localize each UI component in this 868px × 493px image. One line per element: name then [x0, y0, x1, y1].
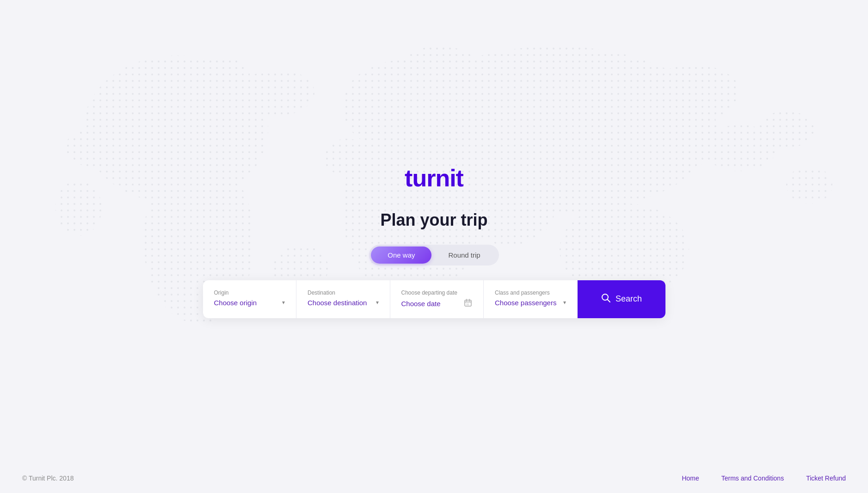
origin-label: Origin — [214, 290, 285, 296]
search-icon — [601, 293, 611, 305]
footer-links: Home Terms and Conditions Ticket Refund — [682, 475, 846, 482]
search-label: Search — [616, 294, 642, 304]
class-passengers-value-row: Choose passengers ▾ — [495, 299, 566, 307]
footer-copyright: © Turnit Plc. 2018 — [22, 475, 74, 482]
class-passengers-field[interactable]: Class and passengers Choose passengers ▾ — [484, 280, 578, 318]
trip-type-tabs: One way Round trip — [369, 245, 499, 265]
origin-chevron-icon: ▾ — [282, 299, 285, 306]
destination-chevron-icon: ▾ — [376, 299, 379, 306]
main-content: turnit Plan your trip One way Round trip… — [0, 0, 868, 463]
footer-link-refund[interactable]: Ticket Refund — [806, 475, 846, 482]
origin-value: Choose origin — [214, 299, 257, 307]
footer-link-terms[interactable]: Terms and Conditions — [721, 475, 784, 482]
origin-field[interactable]: Origin Choose origin ▾ — [203, 280, 297, 318]
destination-value-row: Choose destination ▾ — [308, 299, 379, 307]
svg-line-28 — [607, 299, 610, 302]
origin-value-row: Choose origin ▾ — [214, 299, 285, 307]
page-wrapper: turnit Plan your trip One way Round trip… — [0, 0, 868, 493]
search-button[interactable]: Search — [578, 280, 665, 318]
departing-date-field[interactable]: Choose departing date Choose date 31 — [390, 280, 484, 318]
destination-label: Destination — [308, 290, 379, 296]
departing-date-label: Choose departing date — [401, 290, 473, 296]
page-title: Plan your trip — [380, 210, 487, 230]
departing-date-value-row: Choose date 31 — [401, 299, 473, 309]
class-passengers-value: Choose passengers — [495, 299, 556, 307]
class-passengers-label: Class and passengers — [495, 290, 566, 296]
footer: © Turnit Plc. 2018 Home Terms and Condit… — [0, 463, 868, 493]
logo-text: turnit — [405, 164, 463, 192]
departing-date-value: Choose date — [401, 300, 441, 308]
class-passengers-chevron-icon: ▾ — [563, 299, 566, 306]
tab-round-trip[interactable]: Round trip — [431, 246, 497, 264]
footer-link-home[interactable]: Home — [682, 475, 699, 482]
svg-text:31: 31 — [466, 303, 469, 306]
tab-one-way[interactable]: One way — [371, 246, 431, 264]
calendar-icon: 31 — [464, 299, 472, 309]
brand-logo: turnit — [405, 164, 463, 192]
search-form: Origin Choose origin ▾ Destination Choos… — [203, 280, 665, 318]
destination-value: Choose destination — [308, 299, 367, 307]
destination-field[interactable]: Destination Choose destination ▾ — [296, 280, 390, 318]
